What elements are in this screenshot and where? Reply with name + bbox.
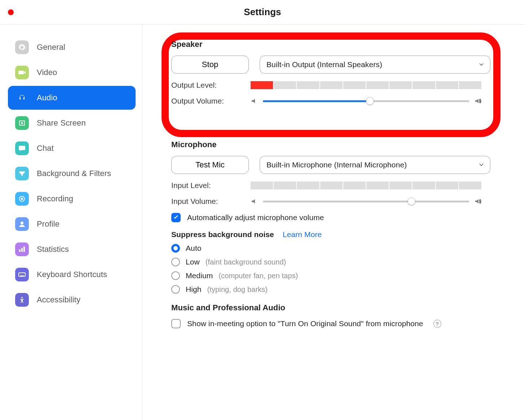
radio-label: Low — [186, 258, 200, 266]
original-sound-checkbox[interactable] — [171, 319, 181, 328]
profile-icon — [15, 217, 29, 231]
microphone-section: Microphone Test Mic Built-in Microphone … — [157, 126, 521, 328]
sidebar-item-keyboard-shortcuts[interactable]: Keyboard Shortcuts — [8, 263, 136, 286]
radio-label: High — [186, 285, 202, 294]
title-bar: Settings — [0, 0, 525, 25]
noise-option-auto[interactable]: Auto — [171, 244, 507, 253]
record-icon — [15, 192, 29, 206]
sidebar-item-share-screen[interactable]: Share Screen — [8, 111, 136, 135]
speaker-section: Speaker Stop Built-in Output (Internal S… — [157, 36, 521, 116]
sidebar-item-label: Share Screen — [37, 118, 86, 128]
auto-adjust-checkbox-row[interactable]: Automatically adjust microphone volume — [171, 213, 507, 222]
chevron-down-icon — [479, 163, 484, 166]
volume-high-icon — [474, 198, 481, 205]
input-volume-slider[interactable] — [251, 198, 481, 205]
noise-option-high[interactable]: High (typing, dog barks) — [171, 285, 507, 294]
radio-button[interactable] — [171, 271, 180, 280]
window-close-button[interactable] — [8, 9, 14, 15]
input-level-meter — [251, 181, 481, 189]
output-volume-label: Output Volume: — [171, 97, 251, 105]
share-icon — [15, 116, 29, 130]
sidebar-item-label: Keyboard Shortcuts — [37, 270, 107, 279]
radio-button[interactable] — [171, 244, 180, 253]
noise-heading: Suppress background noise — [171, 230, 274, 239]
sidebar-item-label: Accessibility — [37, 295, 80, 305]
original-sound-label: Show in-meeting option to "Turn On Origi… — [187, 319, 423, 328]
sidebar-item-label: Recording — [37, 194, 73, 204]
help-icon[interactable]: ? — [433, 320, 441, 328]
microphone-heading: Microphone — [171, 140, 507, 149]
input-volume-label: Input Volume: — [171, 197, 251, 206]
mic-device-select[interactable]: Built-in Microphone (Internal Microphone… — [260, 156, 490, 174]
output-volume-slider[interactable] — [251, 97, 481, 105]
radio-button[interactable] — [171, 285, 180, 294]
gear-icon — [15, 40, 29, 54]
noise-option-medium[interactable]: Medium (computer fan, pen taps) — [171, 271, 507, 280]
sidebar-item-accessibility[interactable]: Accessibility — [8, 288, 136, 312]
accessibility-icon — [15, 293, 29, 307]
sidebar-item-background-filters[interactable]: Background & Filters — [8, 162, 136, 185]
volume-low-icon — [251, 198, 258, 205]
speaker-test-button[interactable]: Stop — [171, 56, 249, 74]
learn-more-link[interactable]: Learn More — [283, 230, 322, 239]
sidebar-item-label: Profile — [37, 219, 59, 229]
radio-hint: (faint background sound) — [206, 258, 286, 266]
auto-adjust-label: Automatically adjust microphone volume — [187, 213, 324, 222]
sidebar-item-label: Video — [37, 68, 57, 77]
input-level-label: Input Level: — [171, 181, 251, 190]
speaker-heading: Speaker — [171, 40, 507, 49]
radio-hint: (computer fan, pen taps) — [219, 272, 298, 280]
mic-device-label: Built-in Microphone (Internal Microphone… — [266, 161, 407, 169]
volume-low-icon — [251, 97, 258, 105]
noise-radio-group: AutoLow (faint background sound)Medium (… — [171, 244, 507, 294]
sidebar-item-label: General — [37, 43, 65, 52]
radio-label: Auto — [186, 244, 202, 253]
noise-option-low[interactable]: Low (faint background sound) — [171, 258, 507, 266]
chat-icon — [15, 141, 29, 155]
radio-hint: (typing, dog barks) — [207, 285, 268, 294]
radio-button[interactable] — [171, 258, 180, 266]
sidebar-item-recording[interactable]: Recording — [8, 187, 136, 211]
auto-adjust-checkbox[interactable] — [171, 213, 181, 222]
keyboard-icon — [15, 268, 29, 281]
chevron-down-icon — [479, 63, 484, 66]
sidebar-item-statistics[interactable]: Statistics — [8, 237, 136, 261]
sidebar: GeneralVideoAudioShare ScreenChatBackgro… — [0, 25, 142, 420]
sidebar-item-label: Audio — [37, 93, 57, 102]
stats-icon — [15, 242, 29, 256]
volume-high-icon — [474, 97, 481, 105]
mic-test-button[interactable]: Test Mic — [171, 156, 249, 174]
original-sound-row[interactable]: Show in-meeting option to "Turn On Origi… — [171, 319, 507, 328]
output-level-label: Output Level: — [171, 81, 251, 89]
radio-label: Medium — [186, 271, 213, 280]
sidebar-item-chat[interactable]: Chat — [8, 136, 136, 160]
video-icon — [15, 66, 29, 79]
output-level-meter — [251, 81, 481, 89]
music-heading: Music and Professional Audio — [171, 303, 507, 312]
speaker-device-select[interactable]: Built-in Output (Internal Speakers) — [260, 56, 490, 74]
sidebar-item-audio[interactable]: Audio — [8, 86, 136, 110]
sidebar-item-video[interactable]: Video — [8, 61, 136, 84]
sidebar-item-label: Background & Filters — [37, 169, 111, 178]
sidebar-item-general[interactable]: General — [8, 35, 136, 59]
window-title: Settings — [0, 6, 525, 18]
sidebar-item-label: Statistics — [37, 245, 69, 254]
main-content: Speaker Stop Built-in Output (Internal S… — [142, 25, 525, 420]
headphones-icon — [15, 91, 29, 105]
sidebar-item-label: Chat — [37, 144, 54, 153]
speaker-device-label: Built-in Output (Internal Speakers) — [266, 60, 382, 69]
sidebar-item-profile[interactable]: Profile — [8, 212, 136, 236]
filters-icon — [15, 167, 29, 180]
